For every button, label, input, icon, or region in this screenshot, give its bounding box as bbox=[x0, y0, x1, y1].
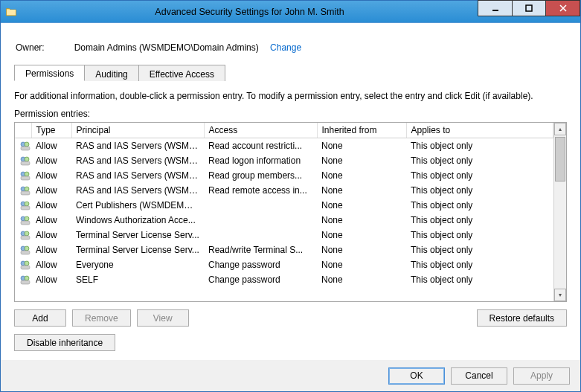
cell-access bbox=[204, 198, 317, 213]
cell-access: Read/write Terminal S... bbox=[204, 242, 317, 257]
owner-label: Owner: bbox=[16, 42, 45, 53]
cell-principal: Terminal Server License Serv... bbox=[71, 242, 204, 257]
col-principal[interactable]: Principal bbox=[71, 123, 204, 138]
cell-inherited: None bbox=[317, 198, 406, 213]
tab-effective-access[interactable]: Effective Access bbox=[138, 65, 225, 81]
column-headers[interactable]: Type Principal Access Inherited from App… bbox=[15, 123, 553, 138]
table-row[interactable]: AllowTerminal Server License Serv...None… bbox=[15, 228, 553, 242]
cell-applies: This object only bbox=[406, 168, 553, 183]
cell-inherited: None bbox=[317, 153, 406, 168]
col-type[interactable]: Type bbox=[31, 123, 71, 138]
close-button[interactable] bbox=[546, 0, 580, 16]
cell-applies: This object only bbox=[406, 213, 553, 228]
inheritance-row: Disable inheritance bbox=[14, 334, 567, 351]
list-label: Permission entries: bbox=[14, 109, 567, 119]
cell-type: Allow bbox=[31, 228, 71, 242]
cell-applies: This object only bbox=[406, 198, 553, 213]
svg-rect-0 bbox=[492, 10, 498, 11]
cell-type: Allow bbox=[31, 153, 71, 168]
group-icon bbox=[15, 213, 31, 228]
col-inherited[interactable]: Inherited from bbox=[317, 123, 406, 138]
cell-type: Allow bbox=[31, 138, 71, 154]
group-icon bbox=[15, 228, 31, 242]
col-icon[interactable] bbox=[15, 123, 31, 138]
table-row[interactable]: AllowWindows Authorization Acce...NoneTh… bbox=[15, 213, 553, 228]
ok-button[interactable]: OK bbox=[388, 367, 445, 385]
table-row[interactable]: AllowSELFChange passwordNoneThis object … bbox=[15, 272, 553, 287]
cell-type: Allow bbox=[31, 272, 71, 287]
dialog-footer: OK Cancel Apply bbox=[1, 360, 580, 391]
tab-permissions[interactable]: Permissions bbox=[14, 65, 85, 81]
cancel-button[interactable]: Cancel bbox=[451, 367, 507, 385]
security-settings-window: Advanced Security Settings for John M. S… bbox=[0, 0, 581, 392]
disable-inheritance-button[interactable]: Disable inheritance bbox=[14, 334, 115, 351]
change-owner-link[interactable]: Change bbox=[270, 42, 301, 53]
cell-inherited: None bbox=[317, 272, 406, 287]
apply-button[interactable]: Apply bbox=[513, 367, 570, 385]
window-controls bbox=[478, 1, 580, 22]
svg-rect-16 bbox=[21, 206, 30, 210]
svg-point-27 bbox=[25, 261, 29, 266]
cell-applies: This object only bbox=[406, 242, 553, 257]
group-icon bbox=[15, 272, 31, 287]
col-applies[interactable]: Applies to bbox=[406, 123, 553, 138]
folder-icon bbox=[1, 6, 22, 18]
button-row: Add Remove View Restore defaults bbox=[14, 309, 567, 327]
cell-principal: Windows Authorization Acce... bbox=[71, 213, 204, 228]
group-icon bbox=[15, 168, 31, 183]
cell-inherited: None bbox=[317, 228, 406, 242]
maximize-button[interactable] bbox=[512, 0, 546, 16]
table-row[interactable]: AllowRAS and IAS Servers (WSMDE...Read l… bbox=[15, 153, 553, 168]
cell-principal: RAS and IAS Servers (WSMDE... bbox=[71, 153, 204, 168]
svg-point-12 bbox=[25, 187, 29, 191]
svg-point-9 bbox=[25, 172, 29, 176]
cell-access: Read logon information bbox=[204, 153, 317, 168]
cell-inherited: None bbox=[317, 213, 406, 228]
add-button[interactable]: Add bbox=[14, 309, 66, 327]
svg-point-18 bbox=[25, 216, 29, 221]
cell-type: Allow bbox=[31, 257, 71, 272]
cell-access bbox=[204, 213, 317, 228]
tab-auditing[interactable]: Auditing bbox=[84, 65, 138, 81]
info-text: For additional information, double-click… bbox=[14, 91, 567, 101]
table-row[interactable]: AllowEveryoneChange passwordNoneThis obj… bbox=[15, 257, 553, 272]
group-icon bbox=[15, 138, 31, 154]
cell-access: Read account restricti... bbox=[204, 138, 317, 154]
table-row[interactable]: AllowRAS and IAS Servers (WSMDE...Read r… bbox=[15, 183, 553, 198]
table-row[interactable]: AllowTerminal Server License Serv...Read… bbox=[15, 242, 553, 257]
scroll-track[interactable] bbox=[554, 135, 566, 289]
svg-point-24 bbox=[25, 246, 29, 251]
svg-rect-13 bbox=[21, 191, 30, 195]
cell-inherited: None bbox=[317, 257, 406, 272]
cell-access: Read group members... bbox=[204, 168, 317, 183]
scroll-up-button[interactable]: ▴ bbox=[554, 123, 566, 135]
group-icon bbox=[15, 242, 31, 257]
scroll-thumb[interactable] bbox=[555, 137, 565, 181]
cell-principal: Everyone bbox=[71, 257, 204, 272]
svg-point-3 bbox=[25, 142, 29, 147]
table-row[interactable]: AllowCert Publishers (WSMDEMO\...NoneThi… bbox=[15, 198, 553, 213]
restore-defaults-button[interactable]: Restore defaults bbox=[477, 309, 567, 327]
cell-principal: Terminal Server License Serv... bbox=[71, 228, 204, 242]
scroll-down-button[interactable]: ▾ bbox=[554, 289, 566, 301]
cell-inherited: None bbox=[317, 168, 406, 183]
svg-rect-7 bbox=[21, 161, 30, 165]
cell-principal: RAS and IAS Servers (WSMDE... bbox=[71, 183, 204, 198]
remove-button[interactable]: Remove bbox=[72, 309, 131, 327]
minimize-button[interactable] bbox=[478, 0, 512, 16]
svg-rect-4 bbox=[21, 147, 30, 150]
col-access[interactable]: Access bbox=[204, 123, 317, 138]
svg-rect-1 bbox=[526, 5, 532, 11]
cell-access: Change password bbox=[204, 257, 317, 272]
cell-type: Allow bbox=[31, 242, 71, 257]
cell-inherited: None bbox=[317, 183, 406, 198]
table-row[interactable]: AllowRAS and IAS Servers (WSMDE...Read a… bbox=[15, 138, 553, 154]
titlebar[interactable]: Advanced Security Settings for John M. S… bbox=[1, 1, 580, 23]
group-icon bbox=[15, 198, 31, 213]
cell-applies: This object only bbox=[406, 257, 553, 272]
vertical-scrollbar[interactable]: ▴ ▾ bbox=[553, 123, 566, 301]
view-button[interactable]: View bbox=[137, 309, 189, 327]
table-row[interactable]: AllowRAS and IAS Servers (WSMDE...Read g… bbox=[15, 168, 553, 183]
group-icon bbox=[15, 153, 31, 168]
cell-access bbox=[204, 228, 317, 242]
